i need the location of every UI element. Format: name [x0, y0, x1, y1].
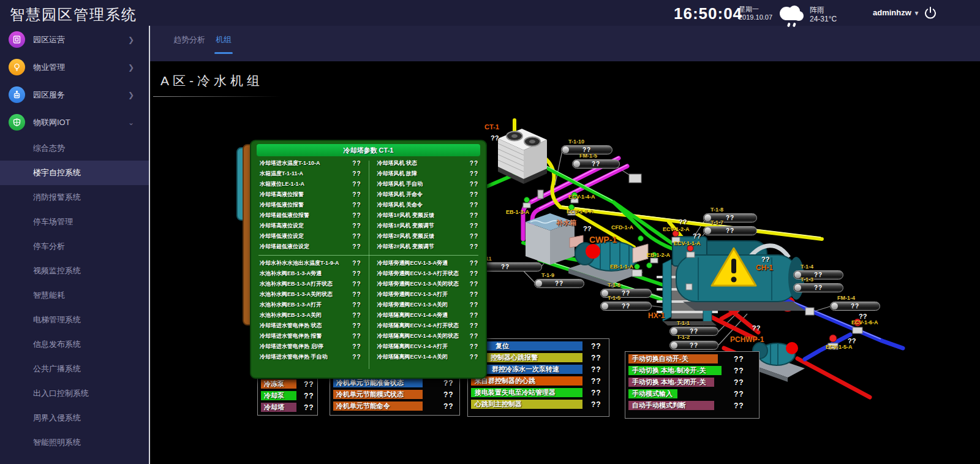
parameter-value: ?? [352, 222, 361, 229]
status-value: ?? [591, 342, 601, 351]
connector-box [686, 284, 692, 290]
chevron-right-icon: ❯ [128, 91, 134, 99]
sidebar-submenu-item[interactable]: 智能照明系统 [0, 430, 149, 455]
parameter-row: 冷却塔超低液位设定 ?? [251, 242, 369, 252]
equipment-label: CH-1 [756, 264, 773, 272]
parameter-row: 水池补水阀EB-1-3-A打开状态 ?? [251, 279, 369, 289]
sidebar-submenu-item[interactable]: 视频监控系统 [0, 259, 149, 283]
parameter-label: 冷却塔隔离阀ECV-1-4-A打开状态 [377, 322, 459, 330]
sidebar-submenu-item[interactable]: 出入口控制系统 [0, 381, 149, 406]
parameter-row: 冷却塔低液位报警 ?? [251, 200, 369, 210]
parameter-label: 冷却塔进水管电伴热 启/停 [260, 343, 323, 351]
username: adminhzw [873, 8, 911, 17]
cooling-tower-ct1[interactable] [498, 129, 547, 184]
parameter-value: ?? [470, 243, 478, 250]
parameter-value: ?? [352, 260, 361, 267]
parameter-value: ?? [470, 160, 478, 167]
equipment-label: PCHWP-1 [730, 335, 764, 344]
gauge-value: ?? [726, 227, 734, 234]
sidebar-submenu-item[interactable]: 停车分析 [0, 234, 149, 259]
status-value: ?? [734, 401, 744, 410]
equipment-label: ECV-1-4-A [568, 194, 595, 200]
sensor-gauge: FM-1-4 ?? [830, 295, 880, 311]
parameter-value: ?? [470, 270, 478, 277]
table-row: 群控冷冻水一次泵转速 ?? [471, 365, 606, 374]
sidebar-item-property-management[interactable]: 物业管理 ❯ [0, 53, 149, 81]
sidebar-item-park-service[interactable]: 园区服务 ❯ [0, 81, 149, 108]
sidebar-submenu-item[interactable]: 楼宇自控系统 [0, 161, 149, 185]
sidebar-item-park-operation[interactable]: 园区运营 ❯ [0, 26, 149, 53]
gauge-pill: ?? [703, 226, 757, 235]
gauge-label: T-1-7 [710, 219, 757, 226]
equipment-label: 补水箱 [556, 218, 576, 227]
parameter-value: ?? [470, 302, 478, 308]
status-value: ?? [591, 400, 601, 409]
table-row: 复位 ?? [471, 341, 606, 351]
parameter-value: ?? [352, 333, 361, 340]
sidebar-item-label: 物业管理 [33, 62, 65, 73]
sidebar-submenu-item[interactable]: 电梯管理系统 [0, 308, 149, 332]
sidebar-submenu-item[interactable]: 综合态势 [0, 136, 149, 161]
parameter-label: 冷却塔超低液位报警 [260, 211, 309, 219]
user-menu[interactable]: adminhzw ▼ [873, 8, 919, 17]
chevron-right-icon: ❯ [128, 36, 134, 44]
equipment-label: HX-1 [648, 311, 665, 320]
parameter-label: 水池补水阀EB-1-3-A打开状态 [260, 280, 333, 288]
parameter-row: 冷却塔高液位设定 ?? [251, 221, 369, 231]
gauge-label: T-1-9 [541, 272, 584, 278]
parameter-row: 水池补水阀EB-1-3-A关闭 ?? [251, 310, 369, 321]
status-label-bar: 手动模式输入 [628, 389, 677, 398]
parameter-label: 冷却塔进水管电伴热 报警 [260, 332, 322, 340]
parameter-label: 冷却塔隔离阀ECV-1-4-A关闭状态 [377, 332, 459, 340]
parameter-row: 冷却水补水水池出水温度T-1-9-A ?? [251, 258, 369, 268]
parameter-value: ?? [470, 233, 478, 240]
chevron-right-icon: ❯ [128, 63, 134, 72]
tab-trend-analysis[interactable]: 趋势分析 [173, 34, 205, 50]
equipment-label: ECV-1-6-A [851, 319, 878, 325]
equipment-label: EB-1-1-A [610, 264, 633, 270]
panel-vertical-divider [369, 161, 369, 369]
parameter-value: ?? [352, 160, 361, 167]
parameter-value: ?? [470, 202, 478, 208]
gauge-value: ?? [555, 280, 564, 287]
sidebar-submenu-item[interactable]: 停车场管理 [0, 210, 149, 234]
sidebar-submenu-item[interactable]: 智慧能耗 [0, 283, 149, 308]
parameter-row: 冷却塔高液位报警 ?? [251, 189, 369, 200]
parameter-value: ?? [352, 291, 361, 298]
parameter-value: ?? [470, 291, 478, 298]
gauge-label: T-1-4 [801, 264, 843, 270]
parameter-value: ?? [352, 281, 361, 287]
parameter-row: 冷却塔旁通阀ECV-1-3-A关闭 ?? [369, 300, 486, 310]
sensor-gauge: T-1-5 ?? [600, 295, 652, 311]
parameter-label: 冷却塔隔离阀ECV-1-4-A打开 [377, 343, 448, 351]
parameter-label: 水池补水阀EB-1-3-A关闭状态 [260, 291, 333, 299]
table-row: 来自群控制器的心跳 ?? [471, 376, 606, 386]
sidebar-submenu-item[interactable]: 周界入侵系统 [0, 406, 149, 430]
parameter-value: ?? [470, 191, 478, 198]
sidebar-item-iot[interactable]: 物联网IOT ⌄ [0, 108, 149, 136]
parameter-value: ?? [352, 170, 361, 177]
date: 2019.10.07 [739, 13, 772, 21]
parameter-row: 冷却塔风机 手自动 ?? [369, 179, 486, 189]
sidebar-submenu-item[interactable]: 信息发布系统 [0, 332, 149, 357]
panel-section1-left: 冷却塔进水温度T-1-10-A ?? 水箱温度T-1-11-A ?? 水箱液位L… [251, 158, 369, 252]
sidebar-submenu-item[interactable]: 消防报警系统 [0, 185, 149, 210]
table-row: 冷机单元节能准备状态 ?? [333, 378, 456, 387]
gauge-pill: ?? [534, 279, 584, 288]
equipment-label: CWP-1 [589, 235, 617, 245]
status-value: ?? [304, 392, 314, 400]
gauge-label: T-1-3 [801, 276, 843, 283]
gauge-label: T-1-5 [608, 295, 652, 301]
sidebar-item-label: 园区服务 [33, 89, 65, 101]
sensor-gauge: FM-1-5 ?? [572, 153, 620, 169]
tab-unit[interactable]: 机组 [216, 34, 232, 50]
iot-shield-icon [9, 114, 25, 131]
status-value: ?? [304, 380, 314, 389]
status-label-bar: 手动切换 本地-制冷开-关 [628, 366, 722, 375]
sidebar-submenu-label: 停车分析 [33, 242, 65, 251]
table-row: 自动手动模式判断 ?? [628, 401, 756, 410]
sidebar-submenu-item[interactable]: 公共广播系统 [0, 357, 149, 381]
equipment-label: ?? [761, 256, 769, 263]
power-button[interactable] [924, 6, 937, 22]
parameter-row: 冷却塔隔离阀ECV-1-4-A打开 ?? [369, 341, 486, 352]
